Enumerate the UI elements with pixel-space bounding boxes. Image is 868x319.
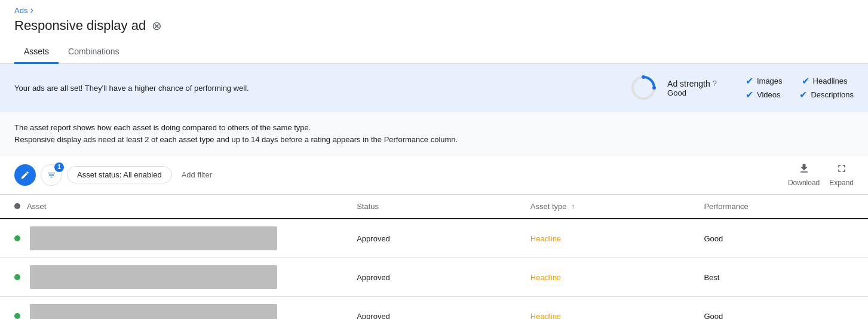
close-icon[interactable]: ⊗ bbox=[152, 19, 162, 33]
check-headlines: ✔ Headlines bbox=[802, 75, 848, 87]
banner-text: Your ads are all set! They'll have a hig… bbox=[14, 84, 629, 93]
breadcrumb-label: Ads bbox=[14, 6, 27, 15]
download-label: Download bbox=[788, 179, 820, 187]
status-dot bbox=[14, 274, 20, 280]
status-cell: Approved bbox=[347, 219, 521, 258]
check-label-descriptions: Descriptions bbox=[811, 90, 854, 99]
ad-strength-info: Ad strength ? Good bbox=[667, 79, 717, 97]
check-icon-images: ✔ bbox=[746, 75, 753, 87]
banner: Your ads are all set! They'll have a hig… bbox=[0, 64, 868, 112]
status-dot bbox=[14, 313, 20, 319]
check-icon-headlines: ✔ bbox=[802, 75, 809, 87]
check-label-videos: Videos bbox=[757, 90, 781, 99]
table-row: Approved Headline Good bbox=[0, 297, 868, 320]
download-icon bbox=[798, 162, 810, 177]
status-cell: Approved bbox=[347, 258, 521, 297]
asset-cell bbox=[0, 219, 347, 258]
col-header-performance: Performance bbox=[694, 195, 868, 219]
check-images: ✔ Images bbox=[746, 75, 783, 87]
check-label-headlines: Headlines bbox=[813, 76, 848, 85]
check-icon-videos: ✔ bbox=[746, 89, 753, 100]
performance-cell: Best bbox=[694, 258, 868, 297]
asset-type-cell: Headline bbox=[521, 297, 695, 320]
svg-point-2 bbox=[652, 86, 656, 90]
info-section: The asset report shows how each asset is… bbox=[0, 112, 868, 155]
asset-thumbnail bbox=[30, 265, 277, 289]
table-row: Approved Headline Best bbox=[0, 258, 868, 297]
ad-strength-help-icon[interactable]: ? bbox=[713, 79, 717, 88]
col-header-asset-type[interactable]: Asset type ↑ bbox=[521, 195, 695, 219]
edit-button[interactable] bbox=[14, 164, 36, 186]
info-line-1: The asset report shows how each asset is… bbox=[14, 122, 854, 134]
checklist: ✔ Images ✔ Headlines ✔ Videos ✔ Descript… bbox=[746, 75, 854, 100]
filter-button[interactable]: 1 bbox=[41, 164, 62, 186]
asset-cell bbox=[0, 258, 347, 297]
header-dot bbox=[14, 203, 20, 209]
filter-badge: 1 bbox=[54, 162, 64, 172]
asset-thumbnail bbox=[30, 226, 277, 250]
add-filter-button[interactable]: Add filter bbox=[177, 167, 217, 183]
checklist-row-2: ✔ Videos ✔ Descriptions bbox=[746, 89, 854, 100]
toolbar-left: 1 Asset status: All enabled Add filter bbox=[14, 164, 781, 186]
assets-table: Asset Status Asset type ↑ Performance Ap… bbox=[0, 195, 868, 319]
toolbar: 1 Asset status: All enabled Add filter D… bbox=[0, 155, 868, 195]
status-cell: Approved bbox=[347, 297, 521, 320]
tab-assets[interactable]: Assets bbox=[14, 41, 59, 64]
table-row: Approved Headline Good bbox=[0, 219, 868, 258]
col-header-status: Status bbox=[347, 195, 521, 219]
expand-icon bbox=[836, 162, 848, 177]
tab-combinations[interactable]: Combinations bbox=[59, 41, 129, 64]
performance-cell: Good bbox=[694, 219, 868, 258]
toolbar-right: Download Expand bbox=[788, 162, 854, 187]
table-header-row: Asset Status Asset type ↑ Performance bbox=[0, 195, 868, 219]
check-icon-descriptions: ✔ bbox=[799, 89, 807, 100]
performance-cell: Good bbox=[694, 297, 868, 320]
expand-label: Expand bbox=[829, 179, 854, 187]
asset-type-cell: Headline bbox=[521, 219, 695, 258]
asset-type-cell: Headline bbox=[521, 258, 695, 297]
checklist-row-1: ✔ Images ✔ Headlines bbox=[746, 75, 854, 87]
status-chip[interactable]: Asset status: All enabled bbox=[67, 166, 172, 183]
asset-cell bbox=[0, 297, 347, 320]
sort-icon: ↑ bbox=[571, 203, 575, 211]
check-label-images: Images bbox=[757, 76, 783, 85]
download-button[interactable]: Download bbox=[788, 162, 820, 187]
breadcrumb-chevron: › bbox=[30, 5, 33, 16]
check-videos: ✔ Videos bbox=[746, 89, 781, 100]
breadcrumb[interactable]: Ads › bbox=[14, 5, 854, 16]
tabs-bar: Assets Combinations bbox=[0, 41, 868, 64]
expand-button[interactable]: Expand bbox=[829, 162, 854, 187]
ad-strength-value: Good bbox=[667, 88, 717, 97]
check-descriptions: ✔ Descriptions bbox=[799, 89, 854, 100]
page-title: Responsive display ad bbox=[14, 18, 146, 33]
col-header-asset: Asset bbox=[0, 195, 347, 219]
info-line-2: Responsive display ads need at least 2 o… bbox=[14, 134, 854, 146]
asset-thumbnail bbox=[30, 304, 277, 319]
ad-strength-label-text: Ad strength bbox=[667, 79, 710, 88]
ad-strength-section: Ad strength ? Good ✔ Images ✔ Headlines … bbox=[629, 73, 854, 102]
status-dot bbox=[14, 235, 20, 241]
ad-strength-circle bbox=[629, 73, 658, 102]
svg-point-1 bbox=[642, 75, 645, 79]
